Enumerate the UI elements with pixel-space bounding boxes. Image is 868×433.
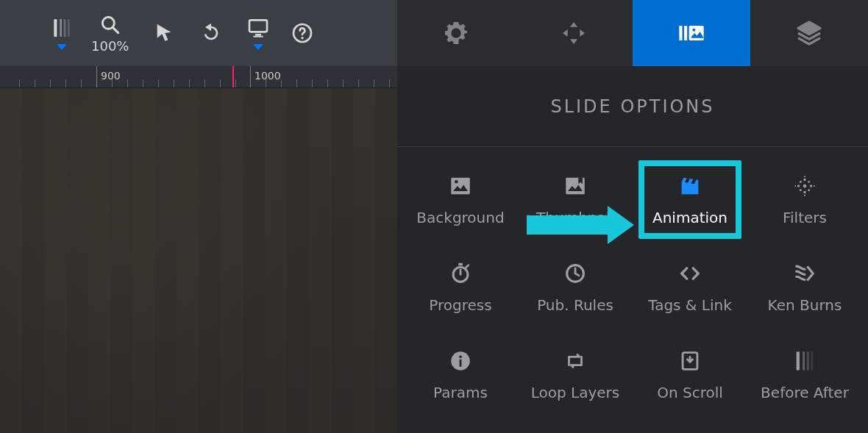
option-before-after[interactable]: Before After <box>747 331 862 418</box>
option-thumbnail[interactable]: Thumbnail <box>518 156 633 243</box>
loop-icon <box>563 348 588 373</box>
code-icon <box>677 261 702 286</box>
option-on-scroll[interactable]: On Scroll <box>633 331 747 418</box>
tab-layers[interactable] <box>750 0 868 66</box>
zoom-level: 100% <box>91 38 129 54</box>
option-pub-rules[interactable]: Pub. Rules <box>518 243 633 331</box>
chevron-down-icon <box>253 44 263 50</box>
svg-rect-6 <box>249 20 267 32</box>
panel-tabs <box>397 0 868 66</box>
canvas-background <box>0 88 397 433</box>
svg-point-14 <box>692 29 695 32</box>
option-label: Progress <box>429 296 491 314</box>
filters-icon <box>792 173 817 198</box>
svg-rect-15 <box>451 177 470 194</box>
undo-tool[interactable] <box>199 21 223 45</box>
tab-slides[interactable] <box>633 0 750 66</box>
svg-rect-11 <box>679 26 682 40</box>
svg-rect-7 <box>255 34 261 36</box>
slide-width-icon <box>50 16 74 40</box>
svg-point-27 <box>804 176 805 177</box>
option-label: Before After <box>761 384 849 401</box>
svg-point-23 <box>800 180 802 182</box>
svg-point-20 <box>803 190 805 193</box>
cursor-tool[interactable] <box>152 21 176 45</box>
svg-line-5 <box>113 27 118 32</box>
option-ken-burns[interactable]: Ken Burns <box>747 243 862 331</box>
monitor-icon <box>246 16 270 40</box>
clock-icon <box>563 261 588 286</box>
preview-tool[interactable] <box>246 16 270 50</box>
thumbnail-icon <box>563 173 588 198</box>
svg-point-19 <box>803 178 805 180</box>
panel-title: SLIDE OPTIONS <box>397 66 868 147</box>
toolbar-left: 100% <box>0 0 397 66</box>
svg-rect-41 <box>803 351 805 371</box>
option-label: Background <box>416 209 504 226</box>
svg-rect-37 <box>460 359 462 366</box>
info-icon <box>448 348 473 373</box>
svg-rect-32 <box>458 262 463 265</box>
help-tool[interactable] <box>291 21 314 45</box>
ruler-mark: 900 <box>101 70 121 82</box>
svg-rect-43 <box>811 351 814 371</box>
option-background[interactable]: Background <box>403 156 518 243</box>
chevron-down-icon <box>57 44 67 50</box>
svg-rect-8 <box>254 36 263 37</box>
tab-navigation[interactable] <box>515 0 633 66</box>
playhead[interactable] <box>232 66 234 87</box>
undo-icon <box>199 21 223 45</box>
svg-rect-13 <box>689 26 704 40</box>
option-animation[interactable]: Animation <box>633 156 747 243</box>
svg-point-38 <box>459 355 462 358</box>
svg-point-10 <box>302 37 304 39</box>
ruler[interactable]: 900 1000 <box>0 66 397 88</box>
svg-rect-1 <box>60 19 62 37</box>
svg-rect-3 <box>68 19 70 37</box>
option-tags-link[interactable]: Tags & Link <box>633 243 747 331</box>
dpad-icon <box>559 18 588 48</box>
svg-point-22 <box>810 185 812 187</box>
svg-point-26 <box>808 189 810 191</box>
before-after-icon <box>792 348 817 373</box>
svg-point-21 <box>797 185 800 187</box>
option-progress[interactable]: Progress <box>403 243 518 331</box>
option-label: Thumbnail <box>536 209 614 226</box>
svg-rect-2 <box>64 19 66 37</box>
zoom-tool[interactable]: 100% <box>91 13 129 54</box>
tab-settings[interactable] <box>397 0 515 66</box>
option-label: Tags & Link <box>648 296 732 314</box>
layers-icon <box>794 18 824 48</box>
option-label: Pub. Rules <box>537 296 613 314</box>
slides-icon <box>677 18 706 48</box>
svg-rect-12 <box>684 26 687 40</box>
topbar: 100% <box>0 0 868 66</box>
svg-point-25 <box>800 189 802 191</box>
svg-rect-40 <box>797 351 800 371</box>
svg-rect-0 <box>54 19 57 37</box>
kenburns-icon <box>792 261 817 286</box>
scroll-icon <box>677 348 702 373</box>
svg-rect-42 <box>807 351 809 371</box>
option-loop-layers[interactable]: Loop Layers <box>518 331 633 418</box>
slide-width-tool[interactable] <box>50 16 74 50</box>
gear-icon <box>441 18 471 48</box>
timer-icon <box>448 261 473 286</box>
cursor-icon <box>152 21 176 45</box>
svg-point-30 <box>814 185 815 187</box>
help-icon <box>291 21 314 45</box>
svg-point-18 <box>803 184 807 187</box>
option-label: Params <box>433 384 488 401</box>
svg-point-29 <box>794 185 796 187</box>
option-grid: Background Thumbnail Animation Filters P… <box>397 147 868 433</box>
option-label: Filters <box>783 209 827 226</box>
clapper-icon <box>677 173 702 198</box>
search-icon <box>99 13 122 37</box>
slide-options-panel: SLIDE OPTIONS Background Thumbnail Anima… <box>397 66 868 433</box>
lower-area: 900 1000 SLIDE OPTIONS Background Thumbn… <box>0 66 868 433</box>
option-params[interactable]: Params <box>403 331 518 418</box>
option-filters[interactable]: Filters <box>747 156 862 243</box>
svg-point-24 <box>808 180 810 182</box>
svg-point-28 <box>804 194 805 196</box>
canvas-area[interactable]: 900 1000 <box>0 66 397 433</box>
